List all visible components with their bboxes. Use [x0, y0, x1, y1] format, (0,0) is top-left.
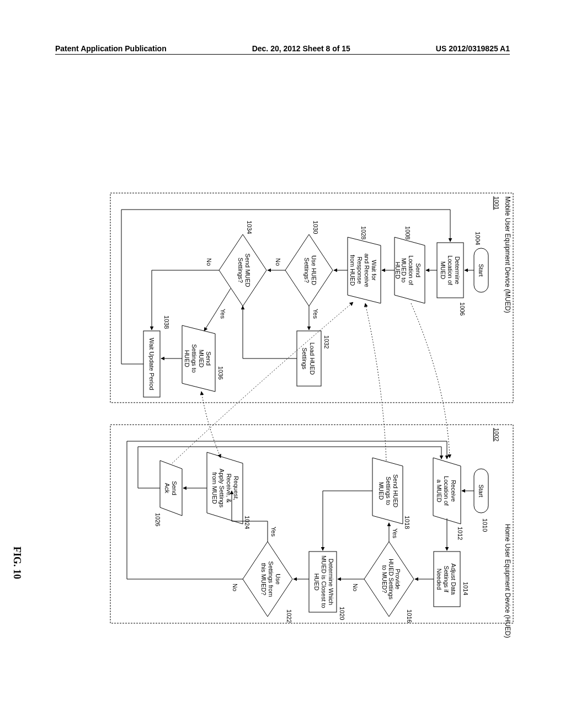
svg-text:Response: Response — [356, 256, 363, 284]
svg-text:Settings from: Settings from — [268, 561, 274, 597]
mued-panel: Mobile User Equipment Device (MUED) 1001… — [110, 193, 513, 403]
svg-text:1034: 1034 — [246, 221, 253, 234]
node-send-loc-1008: Send Location of MUED to HUED 1008 — [395, 226, 425, 303]
svg-text:Use HUED: Use HUED — [311, 255, 317, 285]
node-send-mued-q-1034: Send MUED Settings? 1034 — [219, 221, 266, 306]
node-provide-1016: Provide HUED Settings to MUED? 1016 — [364, 542, 414, 623]
node-start-1004: Start 1004 — [474, 232, 488, 292]
svg-text:1012: 1012 — [457, 527, 463, 540]
svg-text:Request,: Request, — [233, 476, 239, 500]
svg-text:Send MUED: Send MUED — [244, 253, 251, 287]
node-use-settings-1022: Use Settings from this MUED? 1022 — [243, 542, 292, 623]
cross-panel-links — [172, 302, 450, 463]
svg-text:Location of: Location of — [408, 255, 414, 286]
svg-text:1022: 1022 — [286, 609, 292, 623]
node-send-hued-1018: Send HUED Settings to MUED 1018 — [372, 458, 411, 529]
svg-marker-109 — [160, 461, 182, 516]
svg-text:Determine: Determine — [454, 256, 461, 285]
svg-text:Send: Send — [171, 481, 178, 495]
svg-text:No: No — [275, 258, 281, 266]
svg-text:Adjust Data: Adjust Data — [450, 564, 457, 596]
node-determine-loc-1006: Determine Location of MUED 1006 — [437, 243, 466, 315]
svg-marker-92 — [243, 542, 292, 617]
svg-text:Yes: Yes — [270, 527, 277, 537]
svg-text:Apply Settings: Apply Settings — [218, 469, 225, 508]
svg-text:Ack: Ack — [164, 483, 170, 494]
svg-text:Settings: Settings — [301, 347, 308, 370]
svg-text:Settings to: Settings to — [385, 477, 392, 505]
svg-text:HUED: HUED — [395, 261, 401, 279]
svg-text:Send: Send — [415, 263, 422, 277]
flowchart-svg: Mobile User Equipment Device (MUED) 1001… — [110, 154, 513, 634]
svg-text:Start: Start — [478, 484, 484, 497]
svg-text:Settings to: Settings to — [191, 344, 198, 373]
patent-page: Patent Application Publication Dec. 20, … — [0, 0, 565, 728]
svg-text:No: No — [352, 584, 359, 591]
svg-text:Location of: Location of — [447, 255, 454, 286]
figure-label: FIG. 10 — [11, 547, 23, 579]
svg-text:Needed: Needed — [436, 569, 443, 590]
svg-text:1028: 1028 — [360, 226, 367, 239]
svg-text:Load HUED: Load HUED — [309, 342, 316, 375]
svg-text:1010: 1010 — [482, 518, 488, 532]
node-start-1010: Start 1010 — [474, 469, 488, 532]
flowchart-diagram: Mobile User Equipment Device (MUED) 1001… — [33, 154, 513, 557]
svg-text:1026: 1026 — [154, 513, 161, 526]
header-left: Patent Application Publication — [55, 44, 167, 53]
svg-text:Yes: Yes — [392, 528, 398, 538]
mued-panel-title: Mobile User Equipment Device (MUED) — [504, 196, 511, 313]
svg-text:1004: 1004 — [475, 232, 481, 245]
svg-text:1038: 1038 — [163, 315, 170, 329]
svg-text:Use: Use — [275, 574, 281, 585]
svg-text:Wait for: Wait for — [371, 260, 377, 281]
svg-text:1032: 1032 — [323, 335, 330, 349]
header-right: US 2012/0319825 A1 — [436, 44, 510, 53]
svg-text:Send: Send — [205, 351, 212, 366]
svg-text:1020: 1020 — [339, 607, 345, 620]
node-adjust-data-1014: Adjust Data Settings if Needed 1014 — [434, 552, 469, 607]
svg-text:Receive, &: Receive, & — [226, 473, 232, 503]
svg-text:Send HUED: Send HUED — [392, 474, 399, 507]
node-send-ack-1026: Send Ack 1026 — [154, 461, 182, 526]
svg-text:Receive: Receive — [450, 480, 457, 502]
svg-text:Provide: Provide — [395, 569, 401, 589]
svg-text:HUED Settings: HUED Settings — [388, 559, 395, 599]
svg-text:MUED: MUED — [378, 482, 385, 500]
node-wait-response-1028: Wait for and Receive Response from HUED … — [348, 226, 381, 303]
svg-text:1008: 1008 — [404, 226, 411, 239]
svg-text:1024: 1024 — [244, 516, 250, 529]
svg-text:Settings?: Settings? — [303, 258, 310, 283]
svg-text:1006: 1006 — [459, 302, 466, 315]
svg-text:MUED is Closest to: MUED is Closest to — [321, 555, 327, 608]
svg-text:1016: 1016 — [406, 609, 413, 623]
svg-text:and Receive: and Receive — [364, 253, 370, 287]
svg-text:MUED: MUED — [198, 350, 205, 367]
svg-text:a MUED: a MUED — [436, 479, 443, 502]
svg-rect-33 — [297, 331, 321, 386]
svg-text:Location of: Location of — [443, 476, 450, 506]
svg-text:1018: 1018 — [404, 516, 411, 529]
svg-text:Yes: Yes — [220, 309, 226, 319]
svg-text:from MUED: from MUED — [211, 472, 218, 504]
svg-text:Settings?: Settings? — [237, 258, 244, 283]
svg-text:HUED: HUED — [184, 350, 190, 367]
mued-panel-ref: 1001 — [493, 196, 500, 210]
hued-panel-ref: 1002 — [493, 428, 500, 441]
svg-text:1014: 1014 — [462, 582, 469, 595]
hued-panel: Home User Equipment Device (HUED) 1002 S… — [110, 425, 513, 638]
node-use-hued-1030: Use HUED Settings? 1030 — [285, 221, 333, 306]
svg-text:to MUED?: to MUED? — [381, 565, 388, 593]
header-center: Dec. 20, 2012 Sheet 8 of 15 — [252, 44, 350, 53]
svg-text:1036: 1036 — [217, 366, 224, 379]
svg-text:No: No — [232, 584, 238, 591]
svg-text:this MUED?: this MUED? — [260, 563, 267, 596]
svg-text:from HUED: from HUED — [349, 255, 356, 286]
svg-text:Wait Update Period: Wait Update Period — [148, 338, 155, 390]
svg-text:Start: Start — [478, 264, 484, 276]
node-wait-period-1038: Wait Update Period 1038 — [143, 315, 170, 397]
page-header: Patent Application Publication Dec. 20, … — [55, 44, 510, 55]
svg-text:1030: 1030 — [312, 221, 319, 234]
hued-panel-title: Home User Equipment Device (HUED) — [504, 524, 511, 638]
svg-text:Settings if: Settings if — [443, 566, 450, 593]
node-send-mued-1036: Send MUED Settings to HUED 1036 — [182, 325, 224, 392]
